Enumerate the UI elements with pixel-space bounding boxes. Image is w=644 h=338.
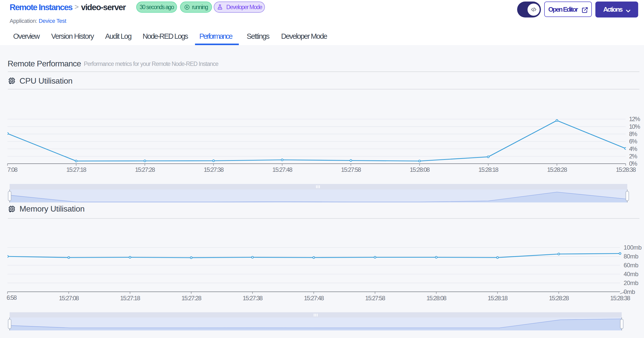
svg-text:100mb: 100mb [624, 244, 642, 251]
svg-text:15:27:28: 15:27:28 [181, 295, 201, 302]
svg-text:0mb: 0mb [624, 288, 635, 295]
svg-text:15:28:08: 15:28:08 [426, 295, 446, 302]
svg-text:15:27:28: 15:27:28 [135, 166, 155, 173]
svg-text:15:27:48: 15:27:48 [272, 166, 292, 173]
svg-text:15:28:38: 15:28:38 [610, 295, 630, 302]
svg-text:15:27:38: 15:27:38 [204, 166, 224, 173]
svg-text:15:27:48: 15:27:48 [304, 295, 324, 302]
svg-text:20mb: 20mb [624, 279, 638, 286]
svg-text:8%: 8% [629, 130, 637, 137]
svg-text:15:28:18: 15:28:18 [478, 166, 498, 173]
svg-text:7:08: 7:08 [7, 166, 17, 173]
svg-text:15:27:18: 15:27:18 [120, 295, 140, 302]
svg-text:60mb: 60mb [624, 262, 638, 269]
svg-text:15:27:08: 15:27:08 [59, 295, 79, 302]
svg-text:15:27:58: 15:27:58 [365, 295, 385, 302]
svg-text:2%: 2% [629, 153, 637, 160]
svg-text:4%: 4% [629, 145, 637, 152]
svg-text:80mb: 80mb [624, 253, 638, 260]
svg-text:15:28:18: 15:28:18 [488, 295, 508, 302]
svg-text:15:27:18: 15:27:18 [66, 166, 86, 173]
svg-text:15:28:08: 15:28:08 [410, 166, 430, 173]
svg-text:40mb: 40mb [624, 271, 638, 277]
svg-text:6:58: 6:58 [7, 294, 17, 301]
svg-text:6%: 6% [629, 138, 637, 145]
svg-text:15:28:38: 15:28:38 [616, 166, 636, 173]
svg-text:12%: 12% [629, 116, 640, 122]
svg-text:10%: 10% [629, 123, 640, 130]
svg-text:0%: 0% [629, 160, 637, 167]
svg-text:15:27:58: 15:27:58 [341, 166, 361, 173]
svg-text:15:28:28: 15:28:28 [549, 295, 569, 302]
svg-text:15:27:38: 15:27:38 [243, 295, 263, 302]
svg-text:15:28:28: 15:28:28 [547, 166, 567, 173]
